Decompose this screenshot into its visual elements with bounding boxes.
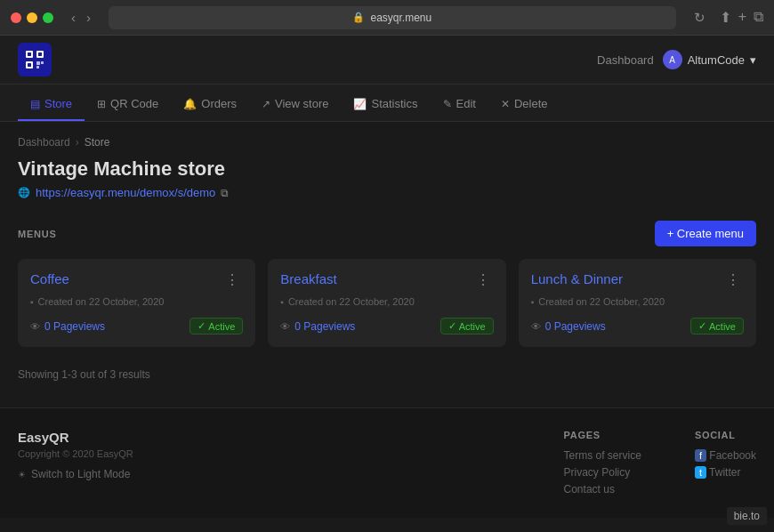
top-navbar: Dashboard A AltumCode ▾ xyxy=(0,36,774,85)
dashboard-link[interactable]: Dashboard xyxy=(597,53,654,67)
footer: EasyQR Copyright © 2020 EasyQR ☀ Switch … xyxy=(0,407,774,518)
back-button[interactable]: ‹ xyxy=(68,8,79,27)
footer-brand: EasyQR Copyright © 2020 EasyQR ☀ Switch … xyxy=(18,430,511,500)
user-menu[interactable]: A AltumCode ▾ xyxy=(663,50,756,69)
traffic-lights xyxy=(11,12,53,23)
status-badge: ✓ Active xyxy=(440,318,494,335)
pageviews-link[interactable]: 👁 0 Pageviews xyxy=(531,320,606,333)
tab-store-label: Store xyxy=(44,97,72,110)
menu-cards-grid: Coffee ⋮ ▪ Created on 22 October, 2020 👁… xyxy=(18,259,756,347)
chevron-down-icon: ▾ xyxy=(750,53,756,67)
page-title: Vintage Machine store xyxy=(18,157,756,181)
tab-orders[interactable]: 🔔 Orders xyxy=(171,88,249,121)
logo-icon[interactable] xyxy=(18,43,52,77)
breadcrumb-separator: › xyxy=(76,136,79,149)
share-icon[interactable]: ⬆ xyxy=(720,9,731,26)
menu-card: Lunch & Dinner ⋮ ▪ Created on 22 October… xyxy=(519,259,756,347)
contact-link[interactable]: Contact us xyxy=(564,483,641,496)
url-text: easyqr.menu xyxy=(370,12,431,24)
status-badge: ✓ Active xyxy=(189,318,243,335)
card-date: ▪ Created on 22 October, 2020 xyxy=(280,296,493,307)
tab-bar: ▤ Store ⊞ QR Code 🔔 Orders ↗ View store … xyxy=(0,85,774,122)
facebook-link[interactable]: f Facebook xyxy=(695,449,756,462)
pageviews-text: 0 Pageviews xyxy=(294,320,355,333)
browser-nav: ‹ › xyxy=(68,8,94,27)
address-bar[interactable]: 🔒 easyqr.menu xyxy=(109,6,676,29)
menus-header: MENUS + Create menu xyxy=(18,221,756,246)
browser-actions: ⬆ + ⧉ xyxy=(720,9,763,26)
tab-statistics-label: Statistics xyxy=(371,97,417,110)
tab-edit-label: Edit xyxy=(456,97,476,110)
globe-icon: 🌐 xyxy=(18,187,30,198)
card-date-text: Created on 22 October, 2020 xyxy=(38,296,165,307)
breadcrumb-dashboard[interactable]: Dashboard xyxy=(18,136,70,149)
store-url-row: 🌐 https://easyqr.menu/demox/s/demo ⧉ xyxy=(18,186,756,199)
tab-statistics[interactable]: 📈 Statistics xyxy=(341,88,430,121)
calendar-icon: ▪ xyxy=(531,297,535,307)
tabs-icon[interactable]: ⧉ xyxy=(754,9,763,26)
calendar-icon: ▪ xyxy=(280,297,284,307)
svg-rect-8 xyxy=(28,63,31,67)
eye-icon: 👁 xyxy=(531,321,541,332)
card-footer: 👁 0 Pageviews ✓ Active xyxy=(531,318,744,335)
card-date-text: Created on 22 October, 2020 xyxy=(538,296,665,307)
card-header: Breakfast ⋮ xyxy=(280,271,493,289)
status-text: Active xyxy=(208,321,235,332)
watermark: bie.to xyxy=(727,507,767,525)
card-footer: 👁 0 Pageviews ✓ Active xyxy=(30,318,243,335)
status-text: Active xyxy=(459,321,486,332)
tab-delete-label: Delete xyxy=(514,97,548,110)
card-title[interactable]: Breakfast xyxy=(280,271,336,286)
close-button[interactable] xyxy=(11,12,21,23)
twitter-icon: t xyxy=(695,466,706,479)
menus-label: MENUS xyxy=(18,229,57,239)
tab-store[interactable]: ▤ Store xyxy=(18,88,85,121)
create-menu-button[interactable]: + Create menu xyxy=(655,221,756,246)
top-right: Dashboard A AltumCode ▾ xyxy=(597,50,756,69)
calendar-icon: ▪ xyxy=(30,297,34,307)
pageviews-link[interactable]: 👁 0 Pageviews xyxy=(280,320,355,333)
tab-orders-label: Orders xyxy=(201,97,237,110)
tab-delete[interactable]: ✕ Delete xyxy=(488,88,560,121)
forward-button[interactable]: › xyxy=(83,8,94,27)
card-menu-button[interactable]: ⋮ xyxy=(722,271,744,289)
footer-copyright: Copyright © 2020 EasyQR xyxy=(18,448,511,459)
maximize-button[interactable] xyxy=(43,12,53,23)
svg-rect-4 xyxy=(41,61,44,64)
new-tab-icon[interactable]: + xyxy=(738,9,746,26)
light-mode-toggle[interactable]: ☀ Switch to Light Mode xyxy=(18,468,511,480)
terms-link[interactable]: Terms of service xyxy=(564,449,641,462)
card-title[interactable]: Coffee xyxy=(30,271,69,286)
breadcrumb: Dashboard › Store xyxy=(0,122,774,154)
tab-viewstore[interactable]: ↗ View store xyxy=(249,88,341,121)
card-menu-button[interactable]: ⋮ xyxy=(472,271,494,289)
pageviews-text: 0 Pageviews xyxy=(545,320,606,333)
facebook-icon: f xyxy=(695,449,706,462)
tab-viewstore-label: View store xyxy=(275,97,328,110)
pageviews-link[interactable]: 👁 0 Pageviews xyxy=(30,320,105,333)
tab-qrcode[interactable]: ⊞ QR Code xyxy=(85,88,171,121)
menus-section: MENUS + Create menu Coffee ⋮ ▪ Created o… xyxy=(0,206,774,361)
refresh-button[interactable]: ↻ xyxy=(690,8,709,28)
check-icon: ✓ xyxy=(198,320,206,332)
qrcode-tab-icon: ⊞ xyxy=(97,98,106,110)
svg-rect-7 xyxy=(38,52,42,56)
card-header: Lunch & Dinner ⋮ xyxy=(531,271,744,289)
card-menu-button[interactable]: ⋮ xyxy=(222,271,243,289)
svg-rect-3 xyxy=(36,61,40,65)
menu-card: Coffee ⋮ ▪ Created on 22 October, 2020 👁… xyxy=(18,259,255,347)
minimize-button[interactable] xyxy=(27,12,37,23)
card-date: ▪ Created on 22 October, 2020 xyxy=(30,296,243,307)
privacy-link[interactable]: Privacy Policy xyxy=(564,466,641,479)
card-title[interactable]: Lunch & Dinner xyxy=(531,271,623,286)
sun-icon: ☀ xyxy=(18,470,26,480)
tab-edit[interactable]: ✎ Edit xyxy=(431,88,488,121)
store-url-link[interactable]: https://easyqr.menu/demox/s/demo xyxy=(36,186,215,199)
statistics-tab-icon: 📈 xyxy=(353,98,367,110)
card-date-text: Created on 22 October, 2020 xyxy=(288,296,415,307)
eye-icon: 👁 xyxy=(280,321,290,332)
twitter-link[interactable]: t Twitter xyxy=(695,466,756,479)
edit-tab-icon: ✎ xyxy=(443,98,452,110)
copy-icon[interactable]: ⧉ xyxy=(221,187,229,199)
menu-card: Breakfast ⋮ ▪ Created on 22 October, 202… xyxy=(268,259,505,347)
